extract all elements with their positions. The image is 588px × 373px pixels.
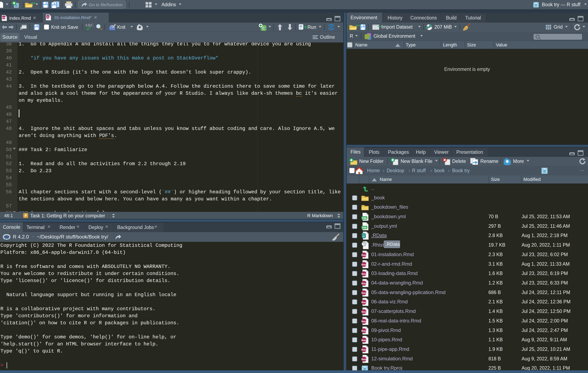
svg-text:R: R: [363, 235, 365, 238]
svg-text:Rmd: Rmd: [361, 254, 367, 256]
svg-text:Rmd: Rmd: [361, 330, 367, 332]
svg-text:Rmd: Rmd: [361, 263, 367, 266]
svg-text:R: R: [535, 3, 537, 7]
svg-text:Rmd: Rmd: [361, 292, 367, 294]
svg-text:Rmd: Rmd: [46, 16, 50, 18]
svg-text:Rmd: Rmd: [361, 320, 367, 323]
svg-text:Rmd: Rmd: [361, 339, 367, 341]
svg-text:Rmd: Rmd: [2, 17, 6, 19]
svg-text:YML: YML: [361, 226, 367, 229]
svg-text:Rmd: Rmd: [361, 358, 367, 361]
svg-text:Rmd: Rmd: [361, 349, 367, 351]
svg-text:R: R: [364, 367, 366, 370]
svg-text:R: R: [5, 234, 9, 240]
svg-text:R: R: [543, 169, 546, 174]
svg-text:YML: YML: [361, 217, 367, 220]
svg-text:Rmd: Rmd: [361, 301, 367, 304]
svg-text:Rmd: Rmd: [361, 282, 367, 285]
svg-text:Rmd: Rmd: [361, 273, 367, 275]
svg-text:C: C: [262, 26, 265, 31]
svg-text:Rmd: Rmd: [361, 311, 367, 313]
